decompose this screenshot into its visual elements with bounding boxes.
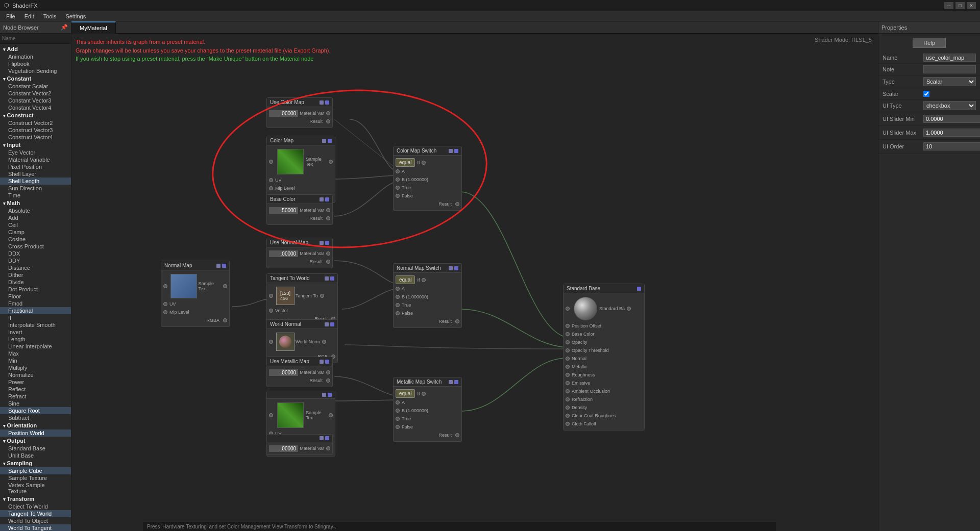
node-color-map[interactable]: Color Map Sample Tex <box>266 136 335 203</box>
node-connect-icon[interactable] <box>325 436 329 440</box>
help-button[interactable]: Help <box>913 38 946 48</box>
node-item-max[interactable]: Max <box>0 350 71 357</box>
node-item-construct-vec3[interactable]: Construct Vector3 <box>0 127 71 134</box>
node-info-icon[interactable] <box>322 393 326 397</box>
false-port[interactable] <box>396 311 400 315</box>
node-search[interactable] <box>0 34 71 44</box>
result-port[interactable] <box>326 378 330 383</box>
input-port[interactable] <box>566 307 570 311</box>
node-item-divide[interactable]: Divide <box>0 279 71 286</box>
a-port[interactable] <box>396 400 400 404</box>
node-item-if[interactable]: If <box>0 314 71 321</box>
rgba-port[interactable] <box>223 318 227 322</box>
a-port[interactable] <box>396 287 400 291</box>
category-output[interactable]: Output <box>0 437 71 445</box>
tab-my-material[interactable]: MyMaterial <box>71 21 116 34</box>
result-port[interactable] <box>455 319 459 323</box>
menu-file[interactable]: File <box>2 12 19 20</box>
node-info-icon[interactable] <box>449 380 453 384</box>
node-normal-map-switch[interactable]: Normal Map Switch equal If A <box>393 263 462 328</box>
node-extra-bottom[interactable]: .00000 Material Var <box>266 434 333 455</box>
node-item-floor[interactable]: Floor <box>0 293 71 300</box>
output-port[interactable] <box>326 370 330 374</box>
node-item-world-to-tangent[interactable]: World To Tangent <box>0 524 71 531</box>
node-item-invert[interactable]: Invert <box>0 328 71 336</box>
canvas-area[interactable]: Shader Mode: HLSL_5 This shader inherits… <box>71 34 878 531</box>
node-info-icon[interactable] <box>320 197 324 201</box>
if-port[interactable] <box>422 161 426 165</box>
result-port[interactable] <box>455 433 459 437</box>
true-port[interactable] <box>396 186 400 190</box>
node-connect-icon[interactable] <box>637 287 641 291</box>
node-item-const-scalar[interactable]: Constant Scalar <box>0 83 71 90</box>
node-item-ceil[interactable]: Ceil <box>0 221 71 229</box>
b-port[interactable] <box>396 409 400 413</box>
node-item-position-world[interactable]: Position World <box>0 429 71 437</box>
node-item-eye-vector[interactable]: Eye Vector <box>0 149 71 156</box>
node-item-normalize[interactable]: Normalize <box>0 371 71 378</box>
node-item-vertex-sample[interactable]: Vertex Sample Texture <box>0 482 71 495</box>
uv-port[interactable] <box>269 178 273 182</box>
node-metallic-map-switch[interactable]: Metallic Map Switch equal If A <box>393 377 462 442</box>
node-info-icon[interactable] <box>449 149 453 153</box>
node-item-const-vec4[interactable]: Constant Vector4 <box>0 104 71 111</box>
output-port[interactable] <box>326 111 330 115</box>
mip-port[interactable] <box>269 186 273 190</box>
node-info-icon[interactable] <box>320 100 324 105</box>
node-item-length[interactable]: Length <box>0 336 71 343</box>
true-port[interactable] <box>396 417 400 421</box>
node-item-cosine[interactable]: Cosine <box>0 236 71 243</box>
node-item-dot-product[interactable]: Dot Product <box>0 286 71 293</box>
node-item-animation[interactable]: Animation <box>0 53 71 60</box>
prop-uitype-select[interactable]: checkbox slider none <box>923 101 976 110</box>
node-connect-icon[interactable] <box>222 264 226 268</box>
category-orientation[interactable]: Orientation <box>0 421 71 429</box>
node-item-fmod[interactable]: Fmod <box>0 300 71 307</box>
node-info-icon[interactable] <box>320 241 324 245</box>
node-connect-icon[interactable] <box>330 322 334 326</box>
menu-settings[interactable]: Settings <box>61 12 90 20</box>
node-normal-map[interactable]: Normal Map Sample Tex UV <box>161 261 230 327</box>
if-port[interactable] <box>422 392 426 396</box>
node-connect-icon[interactable] <box>325 241 329 245</box>
node-item-construct-vec4[interactable]: Construct Vector4 <box>0 134 71 141</box>
prop-scalar-checkbox[interactable] <box>923 91 929 97</box>
category-transform[interactable]: Transform <box>0 495 71 503</box>
node-item-ddx[interactable]: DDX <box>0 250 71 257</box>
emissive-port[interactable] <box>566 381 570 385</box>
result-port[interactable] <box>326 260 330 264</box>
node-item-tangent-to-world[interactable]: Tangent To World <box>0 510 71 517</box>
category-math[interactable]: Math <box>0 199 71 207</box>
result-port[interactable] <box>326 216 330 220</box>
opacity-thresh-port[interactable] <box>566 348 570 352</box>
node-item-sine[interactable]: Sine <box>0 400 71 407</box>
category-constant[interactable]: Constant <box>0 74 71 83</box>
prop-name-input[interactable] <box>923 54 976 62</box>
true-port[interactable] <box>396 303 400 307</box>
node-item-sun-direction[interactable]: Sun Direction <box>0 185 71 192</box>
node-item-time[interactable]: Time <box>0 192 71 199</box>
node-color-map-switch[interactable]: Color Map Switch equal If A <box>393 146 462 211</box>
menu-tools[interactable]: Tools <box>39 12 61 20</box>
node-connect-icon[interactable] <box>325 100 329 105</box>
refraction-port[interactable] <box>566 397 570 401</box>
node-item-pixel-position[interactable]: Pixel Position <box>0 163 71 170</box>
node-connect-icon[interactable] <box>325 360 329 364</box>
category-input[interactable]: Input <box>0 141 71 149</box>
node-item-const-vec3[interactable]: Constant Vector3 <box>0 97 71 104</box>
node-connect-icon[interactable] <box>330 276 334 281</box>
menu-edit[interactable]: Edit <box>20 12 38 20</box>
node-item-multiply[interactable]: Multiply <box>0 364 71 371</box>
node-info-icon[interactable] <box>325 322 329 326</box>
b-port[interactable] <box>396 178 400 182</box>
roughness-port[interactable] <box>566 373 570 377</box>
output-port[interactable] <box>329 413 333 417</box>
node-use-color-map[interactable]: Use Color Map .00000 Material Var Result <box>266 97 333 128</box>
node-item-reflect[interactable]: Reflect <box>0 386 71 393</box>
result-port[interactable] <box>326 119 330 123</box>
node-item-vegetation[interactable]: Vegetation Bending <box>0 67 71 74</box>
node-item-construct-vec2[interactable]: Construct Vector2 <box>0 119 71 127</box>
node-info-icon[interactable] <box>325 276 329 281</box>
node-item-distance[interactable]: Distance <box>0 264 71 271</box>
node-item-refract[interactable]: Refract <box>0 393 71 400</box>
